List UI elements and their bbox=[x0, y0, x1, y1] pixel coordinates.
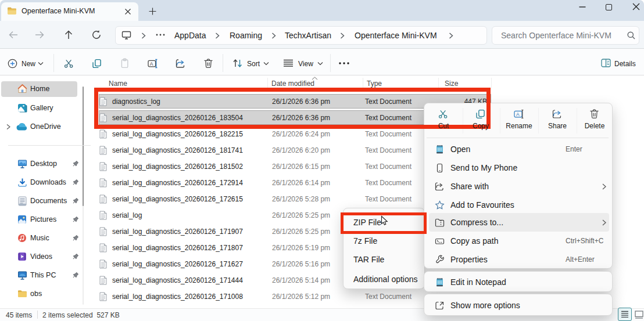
svg-text:A: A bbox=[150, 61, 153, 67]
svg-text:A: A bbox=[516, 111, 520, 117]
